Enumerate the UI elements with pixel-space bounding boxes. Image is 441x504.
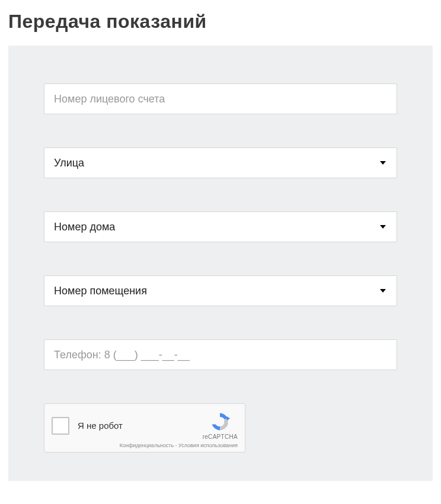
house-number-select-value: Номер дома <box>54 221 380 233</box>
apartment-number-select[interactable]: Номер помещения <box>44 275 397 306</box>
recaptcha-links[interactable]: Конфиденциальность - Условия использован… <box>52 442 238 448</box>
svg-marker-0 <box>227 416 230 420</box>
recaptcha-label: Я не робот <box>78 420 123 431</box>
phone-field <box>44 339 397 370</box>
recaptcha-left: Я не робот <box>52 417 123 435</box>
recaptcha-right: reCAPTCHA <box>203 411 238 440</box>
street-select[interactable]: Улица <box>44 147 397 178</box>
apartment-number-select-value: Номер помещения <box>54 285 380 297</box>
account-number-field <box>44 84 397 114</box>
account-number-input[interactable] <box>44 84 397 114</box>
house-number-field: Номер дома <box>44 211 397 242</box>
recaptcha-icon <box>209 411 231 432</box>
recaptcha-brand: reCAPTCHA <box>203 434 238 440</box>
recaptcha-widget: Я не робот reCAPTCHA Конфиденциальность … <box>44 403 245 452</box>
chevron-down-icon <box>380 161 386 165</box>
street-field: Улица <box>44 147 397 178</box>
recaptcha-checkbox[interactable] <box>52 417 69 435</box>
page-title: Передача показаний <box>0 0 441 46</box>
chevron-down-icon <box>380 225 386 229</box>
chevron-down-icon <box>380 289 386 293</box>
house-number-select[interactable]: Номер дома <box>44 211 397 242</box>
form-container: Улица Номер дома Номер помещения Я не ро… <box>8 46 433 481</box>
street-select-value: Улица <box>54 157 380 169</box>
phone-input[interactable] <box>44 339 397 370</box>
apartment-number-field: Номер помещения <box>44 275 397 306</box>
recaptcha-main: Я не робот reCAPTCHA <box>52 411 238 440</box>
